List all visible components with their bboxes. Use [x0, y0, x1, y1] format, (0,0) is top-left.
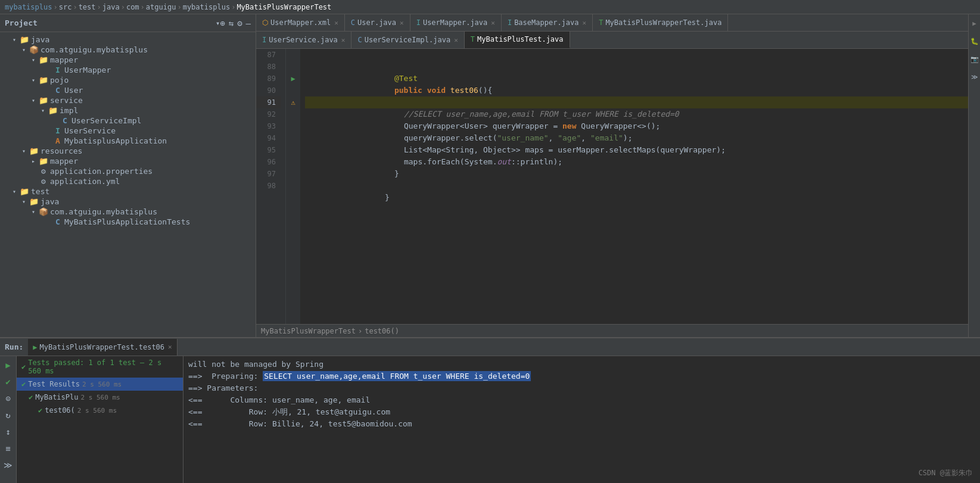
gutter-94	[286, 132, 300, 144]
class-icon: C	[60, 116, 70, 125]
breadcrumb-item[interactable]: mybatisplus	[183, 3, 230, 11]
tree-label: mapper	[50, 55, 78, 64]
run-body: ▶ ✔ ⊙ ↻ ↕ ≡ ≫ ✔ Tests passed: 1 of 1 tes…	[0, 356, 980, 483]
status-breadcrumb: MyBatisPlusWrapperTest › test06()	[256, 324, 968, 337]
tree-label: UserMapper	[64, 66, 111, 74]
tab-close-icon[interactable]: ✕	[583, 19, 587, 27]
run-rerun-button[interactable]: ↻	[2, 409, 15, 422]
tab-rows: ⬡ UserMapper.xml ✕ C User.java ✕ I UserM…	[256, 14, 968, 48]
line-num-94: 94	[256, 132, 281, 144]
breadcrumb-item-active[interactable]: MyBatisPlusWrapperTest	[237, 3, 331, 11]
tree-item-mybatisplusapptests[interactable]: ▸ C MyBatisPlusApplicationTests	[0, 217, 256, 227]
breadcrumb-item[interactable]: java	[102, 3, 120, 11]
run-expand-button[interactable]: ≫	[2, 459, 15, 472]
sidebar-dropdown-icon[interactable]: ▾	[216, 19, 220, 27]
tree-item-mapper-res[interactable]: ▸ 📁 mapper	[0, 156, 256, 166]
test-item-test06[interactable]: ✔ test06( 2 s 560 ms	[17, 404, 183, 417]
tab-label: MyBatisPlusWrapperTest.java	[605, 18, 721, 27]
breadcrumb-item[interactable]: src	[59, 3, 72, 11]
code-line-92: QueryWrapper<User> queryWrapper = new Qu…	[305, 108, 968, 120]
code-line-97	[305, 168, 968, 180]
gutter-91-warn[interactable]: ⚠	[286, 96, 300, 108]
tree-item-user[interactable]: ▸ C User	[0, 85, 256, 95]
test-time: 2 s 560 ms	[82, 381, 122, 388]
sidebar-locate-icon[interactable]: ⊕	[220, 18, 225, 28]
run-stop-button[interactable]: ⊙	[2, 392, 15, 405]
interface-icon: I	[52, 126, 63, 135]
tab-close-icon[interactable]: ✕	[491, 19, 495, 27]
tree-item-app-yml[interactable]: ▸ ⚙ application.yml	[0, 176, 256, 186]
gutter-89-run[interactable]: ▶	[286, 73, 300, 85]
tree-item-pojo[interactable]: ▾ 📁 pojo	[0, 75, 256, 85]
run-play-button[interactable]: ▶	[2, 359, 15, 372]
sidebar-collapse-icon[interactable]: ⇆	[229, 18, 234, 28]
line-num-95: 95	[256, 144, 281, 156]
tree-label: UserService	[64, 126, 116, 135]
code-lines[interactable]: @Test public void test06(){ //查询用户的用户名、年…	[300, 49, 968, 324]
tree-arrow: ▸	[29, 158, 38, 164]
tab-usermapper-xml[interactable]: ⬡ UserMapper.xml ✕	[256, 14, 345, 31]
tab-label: User.java	[357, 18, 396, 27]
gutter-96	[286, 156, 300, 168]
run-check-button[interactable]: ✔	[2, 375, 15, 388]
tree-item-usermapper[interactable]: ▸ I UserMapper	[0, 65, 256, 75]
tree-item-java2[interactable]: ▾ 📁 java	[0, 197, 256, 207]
tab-close-icon[interactable]: ✕	[400, 19, 404, 27]
tab-userserviceimpl-java[interactable]: C UserServiceImpl.java ✕	[351, 32, 464, 48]
sidebar-minimize-icon[interactable]: —	[246, 18, 251, 28]
code-line-87	[305, 49, 968, 61]
tree-item-com-package2[interactable]: ▾ 📦 com.atguigu.mybatisplus	[0, 207, 256, 217]
code-line-90: //查询用户的用户名、年龄、邮箱信息	[305, 85, 968, 96]
tab-label: UserMapper.java	[423, 18, 487, 27]
tree-arrow: ▾	[19, 198, 29, 205]
tab-close-icon[interactable]: ✕	[334, 19, 338, 27]
tree-item-test[interactable]: ▾ 📁 test	[0, 186, 256, 197]
tree-item-java[interactable]: ▾ 📁 java	[0, 35, 256, 45]
tab-mybatispluswrappertest[interactable]: T MyBatisPlusWrapperTest.java	[593, 14, 728, 31]
code-editor[interactable]: 87 88 89 90 91 92 93 94 95 96 97 98	[256, 49, 968, 324]
tree-item-mapper[interactable]: ▾ 📁 mapper	[0, 55, 256, 65]
tab-mybatisplustest-active[interactable]: T MyBatisPlusTest.java	[465, 32, 570, 48]
code-line-88: @Test	[305, 61, 968, 73]
test-item-results[interactable]: ✔ Test Results 2 s 560 ms	[17, 378, 183, 391]
run-output-panel[interactable]: will not be managed by Spring ==> Prepar…	[183, 356, 980, 483]
side-debug-icon[interactable]: 🐛	[968, 35, 981, 48]
tree-label: pojo	[50, 76, 69, 85]
line-numbers: 87 88 89 90 91 92 93 94 95 96 97 98	[256, 49, 286, 324]
side-run-icon[interactable]: ▶	[968, 17, 981, 30]
status-bc-method: test06()	[365, 327, 399, 335]
run-tab[interactable]: ▶ MyBatisPlusWrapperTest.test06 ✕	[28, 339, 177, 356]
tab-basemapper-java[interactable]: I BaseMapper.java ✕	[502, 14, 593, 31]
side-camera-icon[interactable]: 📷	[968, 52, 981, 66]
line-num-88: 88	[256, 61, 281, 73]
sidebar-settings-icon[interactable]: ⚙	[237, 18, 242, 28]
tree-item-userserviceimpl[interactable]: ▸ C UserServiceImpl	[0, 116, 256, 126]
run-filter-button[interactable]: ≡	[2, 442, 15, 455]
tab-close-icon[interactable]: ✕	[341, 36, 346, 44]
breadcrumb-item[interactable]: mybatisplus	[5, 3, 52, 11]
tab-usermapper-java[interactable]: I UserMapper.java ✕	[410, 14, 502, 31]
tab-user-java[interactable]: C User.java ✕	[345, 14, 410, 31]
side-more-icon[interactable]: ≫	[968, 70, 981, 83]
breadcrumb-item[interactable]: test	[79, 3, 96, 11]
breadcrumb-item[interactable]: atguigu	[146, 3, 176, 11]
run-sort-button[interactable]: ↕	[2, 425, 15, 438]
tree-item-impl[interactable]: ▾ 📁 impl	[0, 105, 256, 116]
tab-close-icon[interactable]: ✕	[454, 36, 458, 44]
gutter-87	[286, 49, 300, 61]
tab-userservice-java[interactable]: I UserService.java ✕	[256, 32, 351, 48]
run-tab-close-icon[interactable]: ✕	[168, 343, 172, 351]
editor-area: ⬡ UserMapper.xml ✕ C User.java ✕ I UserM…	[256, 14, 968, 337]
test-tab-icon2: T	[471, 35, 475, 43]
test-status-text: Tests passed: 1 of 1 test – 2 s 560 ms	[28, 359, 178, 375]
tree-item-app-properties[interactable]: ▸ ⚙ application.properties	[0, 166, 256, 176]
tree-item-resources[interactable]: ▾ 📁 resources	[0, 146, 256, 156]
breadcrumb-item[interactable]: com	[126, 3, 139, 11]
test-item-mybatisplu[interactable]: ✔ MyBatisPlu 2 s 560 ms	[17, 391, 183, 404]
output-line-4: <== Columns: user_name, age, email	[188, 394, 975, 406]
tree-item-mybatisplusapp[interactable]: ▸ A MybatisplusApplication	[0, 136, 256, 146]
tree-item-com-package[interactable]: ▾ 📦 com.atguigu.mybatisplus	[0, 45, 256, 55]
tree-item-service[interactable]: ▾ 📁 service	[0, 95, 256, 105]
tree-item-userservice[interactable]: ▸ I UserService	[0, 126, 256, 136]
interface-tab-icon: I	[416, 18, 421, 27]
